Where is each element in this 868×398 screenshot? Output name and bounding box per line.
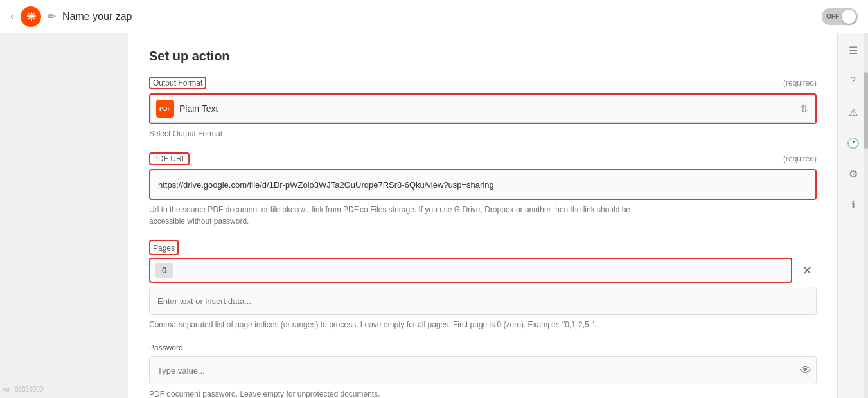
main-layout: Set up action Output Format (required) P… (0, 33, 868, 398)
output-format-group: Output Format (required) PDF Plain Text … (149, 77, 817, 140)
password-hint: PDF document password. Leave empty for u… (149, 388, 817, 398)
output-format-select[interactable]: PDF Plain Text ⇅ (150, 95, 815, 123)
version-label: ver. 08350000 (3, 386, 43, 393)
pdf-url-input-row: ↻ (150, 170, 815, 199)
pages-text-input[interactable] (149, 287, 817, 315)
edit-icon: ✏ (48, 10, 56, 23)
toggle-knob (842, 10, 856, 24)
pages-hint: Comma-separated list of page indices (or… (149, 319, 663, 330)
section-title: Set up action (149, 49, 817, 64)
pdf-icon: PDF (156, 100, 174, 118)
sidebar-clock-icon[interactable]: 🕐 (844, 134, 862, 152)
pages-group: Pages 0 ✕ Comma-separated list of page i… (149, 240, 817, 330)
page-title: Name your zap (62, 11, 132, 23)
output-format-value: Plain Text (179, 104, 218, 114)
sidebar-help-icon[interactable]: ? (844, 72, 862, 90)
password-label: Password (149, 343, 183, 352)
sidebar-gear-icon[interactable]: ⚙ (844, 165, 862, 183)
header: ‹ ✳ ✏ Name your zap OFF (0, 0, 868, 33)
password-visibility-button[interactable]: 👁 (800, 364, 811, 377)
zapier-logo: ✳ (21, 6, 41, 27)
left-sidebar (0, 33, 128, 398)
output-format-label-row: Output Format (required) (149, 77, 817, 89)
pdf-url-field-box: ↻ (149, 169, 817, 200)
sidebar-warning-icon[interactable]: ⚠ (844, 103, 862, 121)
back-button[interactable]: ‹ (10, 10, 14, 23)
pdf-url-group: PDF URL (required) ↻ Url to the source P… (149, 152, 817, 227)
content-area: Set up action Output Format (required) P… (128, 33, 837, 398)
password-input[interactable] (149, 356, 817, 384)
password-input-wrapper: 👁 (149, 356, 817, 384)
select-arrows-icon: ⇅ (801, 104, 808, 114)
output-format-required: (required) (783, 78, 817, 87)
password-label-row: Password (149, 343, 817, 352)
logo-icon: ✳ (26, 10, 36, 24)
pages-label: Pages (153, 244, 175, 253)
pdf-url-input[interactable] (150, 170, 815, 199)
pdf-url-hint: Url to the source PDF document or fileto… (149, 204, 663, 227)
output-format-label: Output Format (153, 78, 202, 87)
scrollbar-track (864, 33, 868, 398)
sidebar-menu-icon[interactable]: ☰ (844, 41, 862, 59)
pdf-url-label: PDF URL (153, 154, 186, 163)
pdf-url-required: (required) (783, 154, 817, 163)
output-format-hint: Select Output Format (149, 128, 817, 140)
right-sidebar: ☰ ? ⚠ 🕐 ⚙ ℹ (837, 33, 868, 398)
scrollbar-thumb[interactable] (864, 72, 868, 149)
pages-clear-button[interactable]: ✕ (797, 261, 817, 280)
pages-value: 0 (155, 263, 173, 278)
password-group: Password 👁 PDF document password. Leave … (149, 343, 817, 398)
sidebar-info-icon[interactable]: ℹ (844, 195, 862, 213)
toggle-label: OFF (826, 13, 839, 20)
pdf-url-label-row: PDF URL (required) (149, 152, 817, 165)
zap-toggle[interactable]: OFF (822, 8, 858, 25)
